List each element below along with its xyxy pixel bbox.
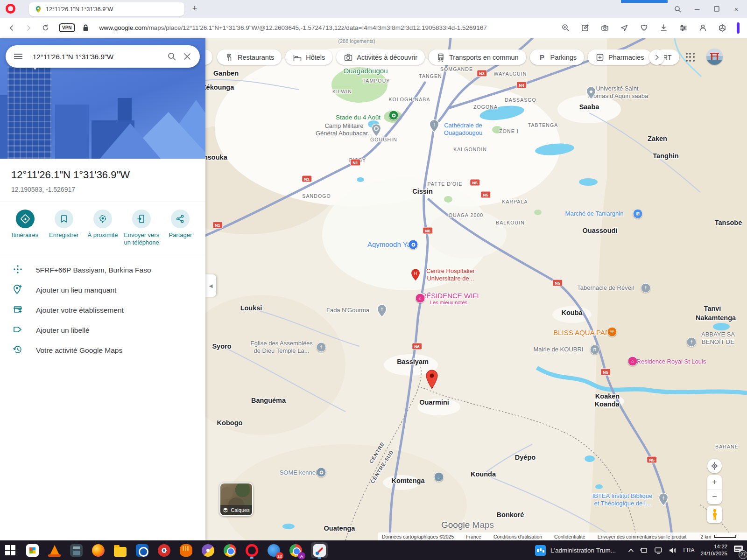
cast-icon[interactable] (640, 547, 648, 554)
window-minimize-button[interactable]: ─ (690, 2, 704, 16)
taskbar-snipping-tool-icon[interactable] (311, 542, 328, 558)
svg-text:P: P (540, 53, 544, 61)
volume-icon[interactable] (669, 547, 677, 554)
tab-title: 12°11'26.1"N 1°31'36.9"W (46, 6, 179, 13)
sidebar-panel-icon[interactable] (715, 21, 729, 35)
send-icon[interactable] (617, 21, 631, 35)
snapshot-icon[interactable] (578, 21, 592, 35)
destination-pin-icon[interactable] (425, 369, 439, 390)
chip-transports-en-commun[interactable]: Transports en commun (429, 49, 526, 65)
network-icon[interactable] (654, 547, 662, 554)
calculator-glyph (70, 544, 83, 557)
chip-pharmacies[interactable]: Pharmacies (588, 49, 652, 65)
action-label: Itinéraires (12, 231, 38, 239)
opera-logo-icon[interactable] (6, 4, 15, 14)
pegman-button[interactable] (707, 506, 722, 523)
tab-search-icon[interactable] (670, 2, 684, 16)
taskbar-calculator-icon[interactable] (70, 542, 83, 558)
browser-tab[interactable]: 12°11'26.1"N 1°31'36.9"W (29, 2, 184, 16)
taskbar-chrome-icon[interactable] (223, 542, 236, 558)
close-search-icon[interactable] (183, 52, 191, 61)
camera-icon[interactable] (598, 21, 612, 35)
taskbar-firefox-icon[interactable] (92, 542, 105, 558)
search-box[interactable]: 12°11'26.1"N 1°31'36.9"W (6, 45, 200, 68)
link-add-place[interactable]: Ajouter un lieu manquant (0, 280, 205, 300)
zoom-out-button[interactable]: − (707, 490, 722, 504)
profile-icon[interactable] (696, 21, 710, 35)
notification-center-button[interactable]: 27 (733, 545, 743, 556)
hand-app-glyph (180, 544, 192, 557)
taskbar-profile-browser-icon[interactable]: A (289, 542, 302, 558)
map-scale: 2 km (701, 534, 737, 539)
taskbar-news-widget[interactable]: L'administration Trum... (535, 540, 616, 560)
taskbar-red-browser-icon[interactable] (157, 542, 170, 558)
extensions-sliders-icon[interactable] (676, 21, 690, 35)
send-phone-icon (132, 210, 151, 228)
link-history[interactable]: Votre activité Google Maps (0, 340, 205, 360)
menu-icon[interactable] (14, 54, 22, 59)
action-nearby-button[interactable]: À proximité (83, 210, 122, 246)
chip-parkings[interactable]: PParkings (530, 49, 584, 65)
attribution-item[interactable]: Conditions d'utilisation (493, 534, 542, 539)
heart-icon[interactable] (637, 21, 651, 35)
forward-button[interactable] (21, 21, 35, 35)
link-add-business[interactable]: Ajouter votre établissement (0, 300, 205, 320)
link-plus-code[interactable]: 5FRF+66P Bassiyam, Burkina Faso (0, 260, 205, 280)
link-label: Votre activité Google Maps (36, 346, 122, 355)
url-text[interactable]: www.google.com/maps/place/12°11'26.1"N+1… (99, 24, 558, 31)
action-send-phone-button[interactable]: Envoyer vers un téléphone (122, 210, 161, 246)
reload-button[interactable] (38, 21, 52, 35)
taskbar-outlook-icon[interactable] (135, 542, 148, 558)
opera-glyph (246, 544, 258, 557)
my-location-button[interactable] (707, 459, 722, 473)
map-canvas[interactable]: GanbenZékoungaTinsoukaOuagadougouTAMPOUY… (205, 38, 747, 540)
new-tab-button[interactable]: + (189, 3, 200, 14)
chip-restaurants[interactable]: Restaurants (217, 49, 282, 65)
window-close-button[interactable]: × (729, 2, 743, 16)
taskbar-microsoft-store-icon[interactable] (26, 542, 39, 558)
outlook-glyph (136, 544, 148, 557)
attribution-item[interactable]: Données cartographiques ©2025 (382, 534, 454, 539)
directions-icon (16, 210, 35, 228)
collapse-panel-button[interactable]: ◀ (205, 274, 216, 297)
keyboard-language[interactable]: FRA (683, 547, 694, 553)
tray-expand-icon[interactable] (628, 548, 634, 553)
chip-activit-s-d-couvrir[interactable]: Activités à découvrir (336, 49, 425, 65)
window-maximize-button[interactable] (710, 2, 724, 16)
account-avatar[interactable] (706, 49, 723, 65)
chip-h-tels[interactable]: Hôtels (285, 49, 332, 65)
download-icon[interactable] (656, 21, 670, 35)
taskbar-windows-start-icon[interactable] (4, 542, 17, 558)
running-indicator (250, 557, 254, 559)
link-add-label[interactable]: Ajouter un libellé (0, 320, 205, 340)
search-input[interactable]: 12°11'26.1"N 1°31'36.9"W (33, 53, 161, 61)
attribution-item[interactable]: Envoyer des commentaires sur le produit (598, 534, 687, 539)
taskbar-opera-icon[interactable] (245, 542, 258, 558)
place-coordinates: 12.190583, -1.526917 (11, 186, 194, 193)
clock[interactable]: 14:2224/10/2025 (700, 543, 727, 557)
action-directions-button[interactable]: Itinéraires (6, 210, 44, 246)
zoom-in-button[interactable]: + (707, 475, 722, 490)
chips-scroll-right-button[interactable] (649, 49, 664, 65)
google-apps-icon[interactable] (686, 53, 695, 62)
add-business-icon (13, 304, 23, 316)
google-maps-watermark: Google Maps (441, 520, 494, 530)
top-accent-bar (621, 0, 668, 3)
taskbar-thunderbird-icon[interactable]: 18 (267, 542, 280, 558)
action-bookmark-button[interactable]: Enregistrer (44, 210, 83, 246)
back-button[interactable] (5, 21, 19, 35)
lock-icon[interactable] (79, 21, 93, 35)
attribution-item[interactable]: France (466, 534, 481, 539)
zoom-controls: + − (707, 475, 722, 504)
taskbar-hand-app-icon[interactable] (179, 542, 192, 558)
taskbar-file-explorer-icon[interactable] (113, 542, 127, 558)
taskbar-vlc-icon[interactable] (48, 542, 61, 558)
layers-button[interactable]: Calques (219, 483, 253, 516)
taskbar-focus-app-icon[interactable] (201, 542, 214, 558)
search-icon[interactable] (167, 52, 176, 61)
vpn-badge[interactable]: VPN (59, 23, 75, 32)
zoom-page-icon[interactable] (558, 21, 572, 35)
action-label: Partager (169, 231, 192, 239)
action-share-button[interactable]: Partager (161, 210, 200, 246)
attribution-item[interactable]: Confidentialité (554, 534, 585, 539)
